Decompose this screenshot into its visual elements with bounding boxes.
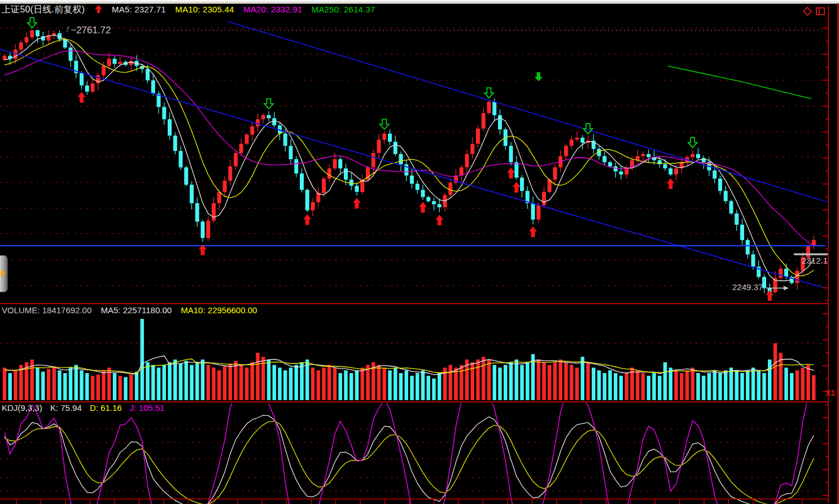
- trendlines-layer: [0, 21, 828, 290]
- buy-signal-arrow: [353, 198, 361, 208]
- buy-signal-arrow: [529, 226, 537, 237]
- volume-header: VOLUME: 18417692.00 MA5: 22571180.00 MA1…: [2, 305, 264, 315]
- kdj-k-readout: K: 75.94: [50, 403, 82, 413]
- buy-signal-arrow: [303, 214, 311, 225]
- panel-expand-handle[interactable]: [0, 255, 8, 292]
- stock-chart-window: 上证50(日线.前复权) MA5: 2327.71 MA10: 2305.44 …: [0, 0, 839, 504]
- kdj-header: KDJ(9,3,3) K: 75.94 D: 61.16 J: 105.51: [2, 403, 171, 413]
- period-high-label: ƒ~2761.72: [66, 25, 111, 36]
- sell-signal-arrow: [380, 119, 389, 129]
- kdj-name: KDJ(9,3,3): [2, 403, 42, 413]
- gridlines-layer: [0, 28, 825, 491]
- buy-signal-arrow: [419, 202, 427, 213]
- buy-signal-arrow: [513, 182, 521, 192]
- sell-signal-arrow: [264, 99, 273, 109]
- main-chart-header: 上证50(日线.前复权) MA5: 2327.71 MA10: 2305.44 …: [2, 5, 382, 15]
- buy-signal-arrow: [78, 92, 86, 103]
- volume-layer: [3, 319, 816, 400]
- volume-readout: VOLUME: 18417692.00: [2, 305, 91, 315]
- ma20-readout: MA20: 2332.91: [243, 5, 302, 14]
- diamond-marker-icon[interactable]: [802, 6, 812, 19]
- last-price-label: 2312.1: [792, 256, 828, 265]
- kdj-j-readout: J: 105.51: [130, 403, 165, 413]
- sell-signal-arrow: [584, 124, 593, 134]
- sell-signal-arrow: [484, 88, 493, 98]
- volume-ma10-readout: MA10: 22956600.00: [181, 305, 257, 315]
- volume-ma5-readout: MA5: 22571180.00: [100, 305, 172, 315]
- sell-signal-arrow: [688, 138, 697, 148]
- expand-arrow-icon: [1, 269, 6, 277]
- period-low-label: 2249.37: [732, 282, 763, 292]
- buy-signal-arrow: [435, 214, 443, 225]
- ma250-readout: MA250: 2614.37: [312, 5, 375, 14]
- sell-signal-arrow: [28, 17, 37, 28]
- flag-mark: ƒ: [66, 25, 69, 32]
- ma10-readout: MA10: 2305.44: [175, 5, 234, 14]
- buy-signal-arrow: [766, 290, 774, 301]
- kdj-d-readout: D: 61.16: [90, 403, 122, 413]
- buy-signal-arrow: [507, 168, 515, 178]
- symbol-title: 上证50(日线.前复权): [2, 5, 85, 14]
- zoom-indicator-label: X1: [825, 388, 835, 397]
- ma5-readout: MA5: 2327.71: [112, 5, 166, 14]
- buy-signal-arrow: [667, 178, 675, 189]
- signal-up-icon: [94, 5, 103, 16]
- chart-canvas[interactable]: [0, 0, 839, 504]
- split-window-icon[interactable]: [815, 6, 825, 19]
- axis-layer: [0, 3, 838, 504]
